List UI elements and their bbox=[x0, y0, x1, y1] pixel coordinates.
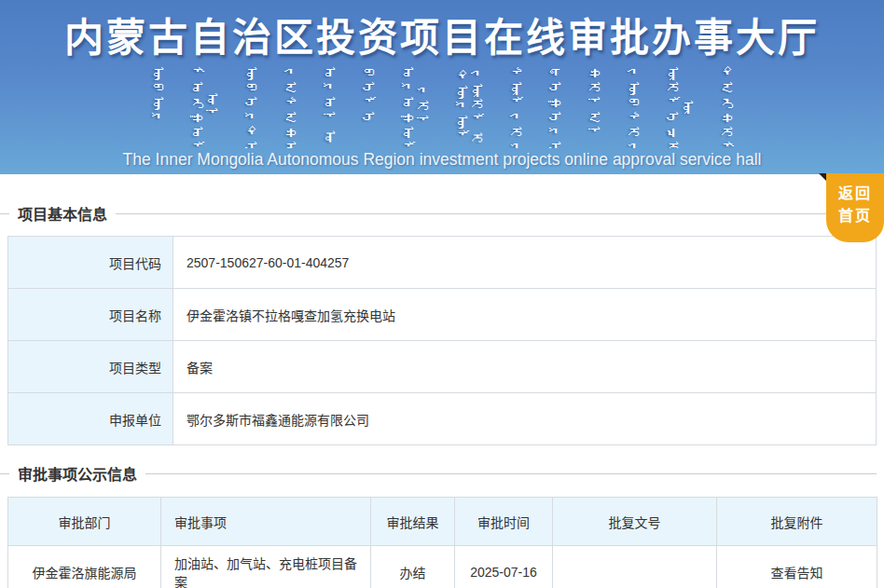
project-type-value: 备案 bbox=[173, 341, 877, 393]
col-approval-item: 审批事项 bbox=[161, 498, 371, 546]
table-header-row: 审批部门 审批事项 审批结果 审批时间 批复文号 批复附件 bbox=[8, 498, 877, 546]
basic-info-table: 项目代码 2507-150627-60-01-404257 项目名称 伊金霍洛镇… bbox=[7, 236, 877, 445]
main-content: 项目基本信息 项目代码 2507-150627-60-01-404257 项目名… bbox=[0, 202, 884, 588]
return-home-button[interactable]: 返回 首页 bbox=[826, 173, 884, 242]
approval-result-value: 办结 bbox=[371, 546, 455, 588]
site-title-english: The Inner Mongolia Autonomous Region inv… bbox=[0, 150, 884, 170]
mongolian-word: ᠥᠪᠡᠷᠲᠡᠭᠡᠨ bbox=[243, 66, 258, 148]
mongolian-word: ᠬᠢᠨᠠᠨ bbox=[587, 66, 601, 141]
legend-right-line bbox=[145, 473, 877, 474]
site-header: 内蒙古自治区投资项目在线审批办事大厅 ᠥᠪᠥᠷᠮᠣᠩᠭᠣᠯ ᠤᠨᠥᠪᠡᠷᠲᠡᠭᠡ… bbox=[0, 0, 884, 174]
project-name-value: 伊金霍洛镇不拉格嘎查加氢充换电站 bbox=[173, 289, 877, 341]
mongolian-word: ᠣᠷᠣᠭᠤᠯᠤᠯᠲᠠ ᠶᠢᠨ bbox=[400, 66, 430, 148]
mongolian-word: ᠦᠢᠯᠡᠴᠢᠯᠡᠭᠡᠨ ᠦ bbox=[665, 66, 695, 148]
declaring-unit-label: 申报单位 bbox=[8, 393, 173, 445]
reply-doc-number-value bbox=[553, 546, 717, 588]
approval-item-value: 加油站、加气站、充电桩项目备案 bbox=[161, 546, 371, 588]
section-basic-info-header: 项目基本信息 bbox=[0, 202, 884, 225]
mongolian-word: ᠲᠥᠷᠥᠯ ᠵᠦᠢᠯ ᠢ bbox=[454, 66, 484, 148]
section-basic-info-title: 项目基本信息 bbox=[18, 202, 107, 225]
legend-left-dash bbox=[0, 213, 9, 214]
site-title-mongolian: ᠥᠪᠥᠷᠮᠣᠩᠭᠣᠯ ᠤᠨᠥᠪᠡᠷᠲᠡᠭᠡᠨᠵᠠᠰᠠᠬᠤᠣᠷᠣᠨ ᠤᠪᠡᠯᠡᠣᠷ… bbox=[0, 66, 884, 148]
view-notice-link[interactable]: 查看告知 bbox=[771, 566, 823, 581]
col-approval-dept: 审批部门 bbox=[8, 498, 161, 546]
legend-right-line bbox=[116, 213, 877, 214]
mongolian-word: ᠪᠡᠯᠡ bbox=[361, 66, 376, 126]
mongolian-word: ᠵᠥᠪᠰᠢᠶᠡᠷᠡᠬᠦ bbox=[626, 66, 641, 148]
col-reply-doc-number: 批复文号 bbox=[553, 498, 717, 546]
project-type-label: 项目类型 bbox=[8, 341, 173, 393]
col-approval-time: 审批时间 bbox=[455, 498, 553, 546]
approval-dept-value: 伊金霍洛旗能源局 bbox=[8, 546, 161, 588]
reply-attachment-cell: 查看告知 bbox=[717, 546, 877, 588]
site-title-chinese: 内蒙古自治区投资项目在线审批办事大厅 bbox=[0, 0, 884, 62]
mongolian-word: ᠵᠠᠰᠠᠬᠤ bbox=[283, 66, 297, 148]
declaring-unit-value: 鄂尔多斯市福鑫通能源有限公司 bbox=[173, 393, 877, 445]
section-approval-info-header: 审批事项公示信息 bbox=[0, 462, 884, 485]
approval-time-value: 2025-07-16 bbox=[455, 546, 553, 588]
legend-left-dash bbox=[0, 473, 9, 474]
approval-info-table: 审批部门 审批事项 审批结果 审批时间 批复文号 批复附件 伊金霍洛旗能源局 加… bbox=[7, 497, 877, 588]
table-row: 项目类型 备案 bbox=[8, 341, 877, 393]
mongolian-word: ᠲᠠᠩᠬᠢᠮ bbox=[719, 66, 734, 148]
mongolian-word: ᠰᠦᠯᠵᠢᠶᠡᠨ bbox=[508, 66, 523, 148]
return-home-label-line1: 返回 bbox=[838, 185, 872, 201]
mongolian-word: ᠣᠷᠣᠨ ᠤ bbox=[322, 66, 337, 144]
return-home-label-line2: 首页 bbox=[838, 208, 872, 224]
table-row: 申报单位 鄂尔多斯市福鑫通能源有限公司 bbox=[8, 393, 877, 445]
project-name-label: 项目名称 bbox=[8, 289, 173, 341]
mongolian-word: ᠥᠪᠥᠷ bbox=[150, 66, 165, 126]
table-row: 项目代码 2507-150627-60-01-404257 bbox=[8, 237, 877, 289]
project-code-label: 项目代码 bbox=[8, 237, 173, 289]
project-code-value: 2507-150627-60-01-404257 bbox=[173, 237, 877, 289]
table-row: 伊金霍洛旗能源局 加油站、加气站、充电桩项目备案 办结 2025-07-16 查… bbox=[8, 546, 877, 588]
table-row: 项目名称 伊金霍洛镇不拉格嘎查加氢充换电站 bbox=[8, 289, 877, 341]
mongolian-word: ᠮᠣᠩᠭᠣᠯ ᠤᠨ bbox=[189, 66, 219, 148]
fold-corner-decoration bbox=[819, 173, 826, 181]
mongolian-word: ᠳᠡᠭᠡᠷ᠎ᠡ bbox=[547, 66, 562, 148]
col-approval-result: 审批结果 bbox=[371, 498, 455, 546]
col-reply-attachment: 批复附件 bbox=[717, 498, 877, 546]
section-approval-info-title: 审批事项公示信息 bbox=[18, 462, 137, 485]
